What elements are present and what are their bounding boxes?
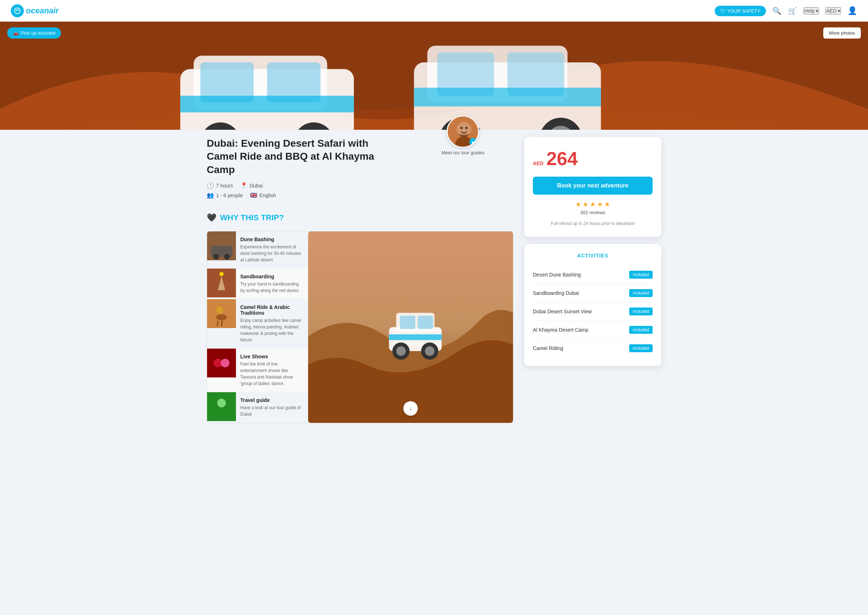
svg-point-39: [221, 359, 230, 367]
header-actions: 🛡 YOUR SAFETY 🔍 🛒 Help ▾ AED ▾ 👤: [715, 6, 857, 16]
why-title: WHY THIS TRIP?: [220, 213, 284, 222]
svg-point-54: [425, 347, 435, 356]
activity-label: Sandboarding Dubai: [533, 290, 579, 296]
hero-image: 🚗 Pick-up included More photos: [0, 22, 868, 130]
list-item: Camel Ride & Arabic Traditions Enjoy cam…: [207, 299, 308, 349]
star-2: ★: [583, 200, 588, 208]
list-item: Dune Bashing Experience the excitement o…: [207, 231, 308, 268]
scroll-down-button[interactable]: ↓: [404, 401, 418, 416]
why-trip-section: 🖤 WHY THIS TRIP?: [207, 213, 513, 423]
heart-icon: 🖤: [207, 213, 216, 222]
svg-point-28: [213, 254, 219, 259]
svg-rect-43: [215, 410, 228, 412]
activities-card: ACTIVITIES Desert Dune Bashing included …: [524, 244, 661, 366]
svg-point-31: [219, 272, 224, 276]
svg-rect-16: [414, 87, 601, 106]
svg-point-0: [14, 8, 20, 14]
reviews-count: 302 reviews: [533, 210, 653, 215]
included-badge: included: [629, 326, 653, 334]
list-item: Travel guide Have a look at our tour gui…: [207, 392, 308, 423]
chevron-down-icon: ▾: [816, 8, 818, 14]
duration-meta: 🕐 7 hours: [207, 182, 233, 189]
why-header: 🖤 WHY THIS TRIP?: [207, 213, 513, 222]
svg-point-24: [460, 127, 463, 129]
activities-title: ACTIVITIES: [533, 253, 653, 259]
cart-icon[interactable]: 🛒: [788, 6, 797, 15]
svg-point-25: [465, 127, 468, 129]
svg-line-35: [217, 321, 218, 326]
activity-thumbnail: [207, 349, 236, 378]
chevron-down-icon: ↓: [409, 405, 412, 412]
tour-meta-2: 👥 1 - 6 people 🇬🇧 English: [207, 192, 513, 199]
language-icon: 🇬🇧: [250, 192, 257, 199]
pickup-badge: 🚗 Pick-up included: [7, 27, 61, 39]
logo-icon: [11, 4, 24, 17]
star-1: ★: [576, 200, 581, 208]
activity-row: Desert Dune Bashing included: [533, 266, 653, 284]
refund-note: Full refund up to 24 hours prior to depa…: [533, 221, 653, 226]
more-photos-button[interactable]: More photos: [823, 27, 861, 39]
play-button[interactable]: ▶: [469, 138, 477, 146]
included-badge: included: [629, 271, 653, 279]
star-5: ★: [604, 200, 610, 208]
tour-meta: 🕐 7 hours 📍 Dubai: [207, 182, 513, 189]
activity-label: Camel Riding: [533, 345, 563, 351]
activity-label: Dubai Desert Sunset View: [533, 309, 592, 314]
location-meta: 📍 Dubai: [240, 182, 263, 189]
language-meta: 🇬🇧 English: [250, 192, 276, 199]
right-column: AED 264 Book your next adventure ★ ★ ★ ★…: [524, 137, 661, 423]
safety-button[interactable]: 🛡 YOUR SAFETY: [715, 6, 766, 16]
chevron-down-icon: ▾: [838, 8, 840, 14]
guide-label: Meet our tour guides: [441, 150, 485, 155]
guide-avatar[interactable]: ▶: [447, 116, 479, 148]
search-icon[interactable]: 🔍: [773, 6, 781, 15]
included-badge: included: [629, 308, 653, 315]
svg-line-36: [222, 320, 222, 326]
activity-thumbnail: [207, 231, 236, 260]
left-column: ▶ Meet our tour guides Dubai: Evening De…: [207, 137, 513, 423]
activity-thumbnail: [207, 268, 236, 297]
svg-point-41: [217, 399, 226, 407]
logo[interactable]: oceanair: [11, 4, 59, 17]
list-item: Live Shows Feel the thrill of live enter…: [207, 349, 308, 392]
header: oceanair 🛡 YOUR SAFETY 🔍 🛒 Help ▾ AED ▾ …: [0, 0, 868, 22]
star-3: ★: [590, 200, 596, 208]
svg-point-22: [457, 122, 471, 136]
included-badge: included: [629, 289, 653, 297]
shield-icon: 🛡: [721, 8, 725, 14]
car-icon: 🚗: [13, 30, 19, 36]
activity-label: Desert Dune Bashing: [533, 272, 581, 278]
help-button[interactable]: Help ▾: [804, 7, 819, 14]
currency-button[interactable]: AED ▾: [826, 7, 841, 14]
user-icon[interactable]: 👤: [848, 6, 857, 16]
desert-image: ↓: [308, 231, 513, 423]
location-icon: 📍: [240, 182, 247, 189]
activity-row: Al Khayma Desert Camp included: [533, 321, 653, 339]
booking-card: AED 264 Book your next adventure ★ ★ ★ ★…: [524, 137, 661, 237]
activity-row: Sandboarding Dubai included: [533, 284, 653, 303]
group-size-meta: 👥 1 - 6 people: [207, 192, 243, 199]
svg-rect-7: [180, 96, 354, 112]
svg-point-34: [216, 306, 223, 314]
svg-point-29: [224, 254, 230, 259]
svg-point-33: [216, 314, 227, 320]
clock-icon: 🕐: [207, 182, 214, 189]
svg-rect-49: [418, 316, 433, 329]
activity-row: Dubai Desert Sunset View included: [533, 303, 653, 321]
people-icon: 👥: [207, 192, 214, 199]
book-button[interactable]: Book your next adventure: [533, 176, 653, 195]
list-item: Sandboarding Try your hand in sandboardi…: [207, 268, 308, 299]
svg-rect-50: [389, 334, 441, 340]
price-row: AED 264: [533, 148, 653, 169]
svg-point-52: [396, 347, 406, 356]
stars-row: ★ ★ ★ ★ ★: [533, 200, 653, 208]
logo-text: oceanair: [26, 6, 59, 16]
activity-thumbnail: [207, 299, 236, 328]
activity-thumbnail: [207, 392, 236, 421]
activity-row: Camel Riding included: [533, 339, 653, 357]
price-amount: 264: [547, 148, 578, 169]
star-4: ★: [597, 200, 603, 208]
svg-rect-48: [400, 316, 415, 329]
activities-list: Dune Bashing Experience the excitement o…: [207, 231, 308, 423]
currency-label: AED: [533, 161, 544, 166]
